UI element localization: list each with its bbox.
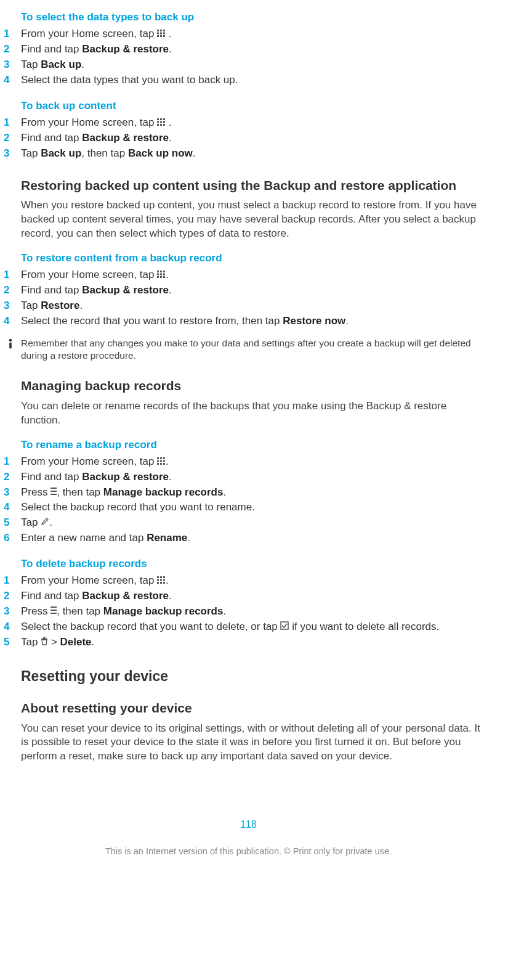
heading-resetting: Resetting your device <box>21 668 497 685</box>
apps-grid-icon <box>157 27 166 41</box>
step-item: Find and tap Backup & restore. <box>0 131 497 147</box>
step-item: Tap > Delete. <box>0 635 497 651</box>
svg-rect-28 <box>9 342 12 348</box>
heading-restore-from-record: To restore content from a backup record <box>21 252 497 264</box>
svg-rect-8 <box>163 35 165 37</box>
svg-rect-30 <box>160 457 162 459</box>
step-text: From your Home screen, tap <box>21 574 157 586</box>
svg-rect-4 <box>160 33 162 35</box>
step-text: if you want to delete all records. <box>292 621 439 632</box>
svg-rect-3 <box>157 33 159 35</box>
svg-rect-29 <box>157 457 159 459</box>
step-bold: Back up <box>41 59 81 70</box>
svg-rect-33 <box>160 460 162 462</box>
step-item: Select the backup record that you want t… <box>0 500 497 516</box>
page-number: 118 <box>0 819 497 830</box>
svg-rect-14 <box>163 121 165 123</box>
step-text: Find and tap <box>21 590 82 602</box>
step-text: . <box>169 590 172 602</box>
steps-back-up-content: From your Home screen, tap . Find and ta… <box>0 116 497 162</box>
step-bold: Back up <box>41 147 81 159</box>
step-text: From your Home screen, tap <box>21 28 157 39</box>
step-text: Press <box>21 605 50 617</box>
step-text: . <box>166 574 169 586</box>
svg-rect-53 <box>281 622 288 629</box>
svg-rect-7 <box>160 35 162 37</box>
manual-page: To select the data types to back up From… <box>0 11 508 856</box>
svg-rect-0 <box>157 30 159 31</box>
step-text: Select the data types that you want to b… <box>21 74 238 86</box>
svg-rect-50 <box>50 606 57 608</box>
step-text: > <box>51 636 60 648</box>
step-text: . <box>187 532 190 544</box>
heading-restoring: Restoring backed up content using the Ba… <box>21 177 497 194</box>
svg-rect-37 <box>163 463 165 465</box>
svg-rect-39 <box>50 491 57 492</box>
heading-rename: To rename a backup record <box>21 439 497 451</box>
svg-rect-23 <box>163 273 165 275</box>
step-text: . <box>169 43 172 55</box>
checkbox-icon <box>280 620 289 634</box>
note-text: Remember that any changes you make to yo… <box>21 337 486 363</box>
trash-icon <box>41 635 48 650</box>
svg-rect-24 <box>157 276 159 278</box>
paragraph-restoring: When you restore backed up content, you … <box>21 198 486 241</box>
step-text: Find and tap <box>21 284 82 296</box>
step-text: Select the backup record that you want t… <box>21 501 255 513</box>
svg-rect-9 <box>157 118 159 120</box>
step-text: Enter a new name and tap <box>21 532 147 544</box>
svg-rect-19 <box>160 271 162 272</box>
svg-rect-15 <box>157 124 159 126</box>
svg-rect-34 <box>163 460 165 462</box>
step-item: Press , then tap Manage backup records. <box>0 486 497 501</box>
step-text: From your Home screen, tap <box>21 455 157 467</box>
footer-text: This is an Internet version of this publ… <box>0 846 497 856</box>
step-item: Tap Back up, then tap Back up now. <box>0 147 497 162</box>
svg-rect-25 <box>160 276 162 278</box>
heading-about-resetting: About resetting your device <box>21 700 497 716</box>
step-text: Tap <box>21 300 41 311</box>
apps-grid-icon <box>157 116 166 130</box>
step-text: From your Home screen, tap <box>21 116 157 128</box>
svg-rect-40 <box>50 494 57 495</box>
svg-rect-48 <box>160 582 162 584</box>
step-bold: Backup & restore <box>82 471 169 483</box>
step-item: Press , then tap Manage backup records. <box>0 605 497 620</box>
svg-rect-11 <box>163 118 165 120</box>
step-text: Tap <box>21 59 41 70</box>
svg-rect-52 <box>50 613 57 614</box>
svg-rect-20 <box>163 271 165 272</box>
svg-rect-16 <box>160 124 162 126</box>
step-item: Select the backup record that you want t… <box>0 620 497 635</box>
svg-rect-51 <box>50 610 57 611</box>
step-text: Select the record that you want to resto… <box>21 315 283 327</box>
apps-grid-icon <box>157 455 166 469</box>
step-text: From your Home screen, tap <box>21 269 157 280</box>
step-text: Press <box>21 486 50 498</box>
svg-rect-45 <box>160 579 162 581</box>
step-item: From your Home screen, tap . <box>0 574 497 589</box>
step-item: Find and tap Backup & restore. <box>0 43 497 58</box>
svg-rect-10 <box>160 118 162 120</box>
step-item: From your Home screen, tap . <box>0 116 497 131</box>
svg-point-27 <box>9 338 12 341</box>
svg-rect-6 <box>157 35 159 37</box>
step-text: . <box>193 147 196 159</box>
step-text: . <box>166 455 169 467</box>
step-bold: Rename <box>147 532 187 544</box>
step-item: Tap Restore. <box>0 299 497 314</box>
step-text: . <box>79 300 83 311</box>
svg-rect-21 <box>157 273 159 275</box>
heading-back-up-content: To back up content <box>21 100 497 112</box>
step-text: , then tap <box>57 486 103 498</box>
step-item: Select the record that you want to resto… <box>0 314 497 330</box>
svg-rect-41 <box>157 576 159 578</box>
step-item: Find and tap Backup & restore. <box>0 470 497 486</box>
heading-select-data-types: To select the data types to back up <box>21 11 497 23</box>
svg-rect-26 <box>163 276 165 278</box>
step-text: . <box>223 486 226 498</box>
step-text: Find and tap <box>21 132 82 144</box>
step-text: , then tap <box>81 147 128 159</box>
svg-rect-31 <box>163 457 165 459</box>
step-item: Find and tap Backup & restore. <box>0 589 497 605</box>
